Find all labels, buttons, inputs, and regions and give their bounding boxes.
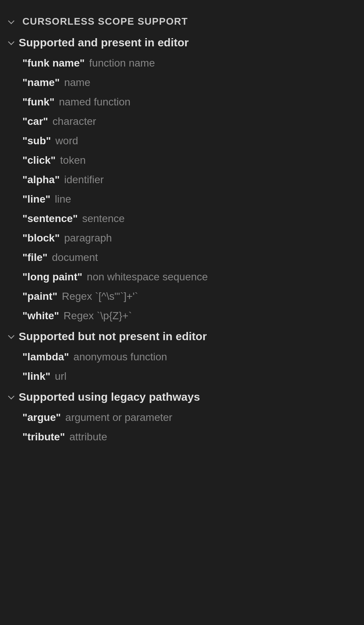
list-item: "block"paragraph	[22, 228, 364, 248]
scope-key: "alpha"	[22, 174, 60, 186]
scope-value: paragraph	[64, 232, 112, 244]
list-item: "link"url	[22, 367, 364, 386]
section-header-supported-legacy[interactable]: Supported using legacy pathways	[0, 386, 364, 408]
scope-value: argument or parameter	[65, 412, 172, 424]
scope-key: "name"	[22, 77, 60, 89]
scope-key: "sub"	[22, 135, 51, 147]
scope-value: Regex `[^\s"'`]+'`	[62, 290, 138, 302]
scope-key: "link"	[22, 370, 50, 382]
list-item: "tribute"attribute	[22, 427, 364, 447]
scope-value: sentence	[82, 213, 125, 225]
scope-key: "argue"	[22, 412, 61, 424]
section-title-supported-present: Supported and present in editor	[19, 36, 189, 49]
scope-key: "sentence"	[22, 213, 78, 225]
section-supported-present: Supported and present in editor"funk nam…	[0, 32, 364, 326]
list-item: "long paint"non whitespace sequence	[22, 267, 364, 287]
scope-key: "tribute"	[22, 431, 65, 443]
list-item: "click"token	[22, 151, 364, 170]
list-item: "car"character	[22, 112, 364, 131]
scope-value: line	[55, 193, 71, 205]
list-item: "sub"word	[22, 131, 364, 151]
section-supported-legacy: Supported using legacy pathways"argue"ar…	[0, 386, 364, 447]
scope-value: url	[55, 370, 67, 382]
scope-key: "long paint"	[22, 271, 82, 283]
chevron-icon-supported-present	[7, 39, 16, 47]
root-chevron-icon	[7, 18, 16, 26]
list-item: "white"Regex `\p{Z}+`	[22, 306, 364, 326]
scope-value: non whitespace sequence	[87, 271, 208, 283]
scope-key: "lambda"	[22, 351, 69, 363]
list-item: "paint"Regex `[^\s"'`]+'`	[22, 287, 364, 306]
scope-value: word	[55, 135, 78, 147]
list-item: "file"document	[22, 248, 364, 267]
list-item: "line"line	[22, 190, 364, 209]
section-content-supported-present: "funk name"function name"name"name"funk"…	[0, 53, 364, 326]
scope-key: "paint"	[22, 290, 57, 302]
scope-key: "car"	[22, 116, 48, 127]
scope-value: Regex `\p{Z}+`	[64, 310, 132, 322]
scope-key: "line"	[22, 193, 50, 205]
list-item: "lambda"anonymous function	[22, 347, 364, 367]
scope-value: identifier	[64, 174, 104, 186]
scope-value: document	[52, 252, 98, 264]
section-header-supported-present[interactable]: Supported and present in editor	[0, 32, 364, 53]
scope-key: "click"	[22, 154, 56, 166]
section-supported-not-present: Supported but not present in editor"lamb…	[0, 326, 364, 386]
scope-value: anonymous function	[74, 351, 167, 363]
list-item: "argue"argument or parameter	[22, 408, 364, 427]
list-item: "sentence"sentence	[22, 209, 364, 228]
chevron-icon-supported-legacy	[7, 393, 16, 401]
sections-container: Supported and present in editor"funk nam…	[0, 32, 364, 447]
scope-value: named function	[59, 96, 130, 108]
scope-value: name	[64, 77, 90, 89]
section-title-supported-legacy: Supported using legacy pathways	[19, 391, 200, 403]
list-item: "name"name	[22, 73, 364, 92]
scope-key: "white"	[22, 310, 59, 322]
section-content-supported-not-present: "lambda"anonymous function"link"url	[0, 347, 364, 386]
section-title-supported-not-present: Supported but not present in editor	[19, 330, 207, 343]
root-title: CURSORLESS SCOPE SUPPORT	[22, 16, 188, 27]
scope-value: function name	[89, 57, 155, 69]
scope-value: token	[60, 154, 86, 166]
tree-root: CURSORLESS SCOPE SUPPORT Supported and p…	[0, 7, 364, 450]
scope-key: "funk name"	[22, 57, 85, 69]
root-header[interactable]: CURSORLESS SCOPE SUPPORT	[0, 11, 364, 32]
list-item: "funk name"function name	[22, 53, 364, 73]
scope-key: "funk"	[22, 96, 55, 108]
list-item: "alpha"identifier	[22, 170, 364, 190]
scope-key: "file"	[22, 252, 47, 264]
scope-value: attribute	[70, 431, 107, 443]
section-content-supported-legacy: "argue"argument or parameter"tribute"att…	[0, 408, 364, 447]
chevron-icon-supported-not-present	[7, 332, 16, 341]
scope-key: "block"	[22, 232, 60, 244]
scope-value: character	[53, 116, 96, 127]
list-item: "funk"named function	[22, 92, 364, 112]
section-header-supported-not-present[interactable]: Supported but not present in editor	[0, 326, 364, 347]
